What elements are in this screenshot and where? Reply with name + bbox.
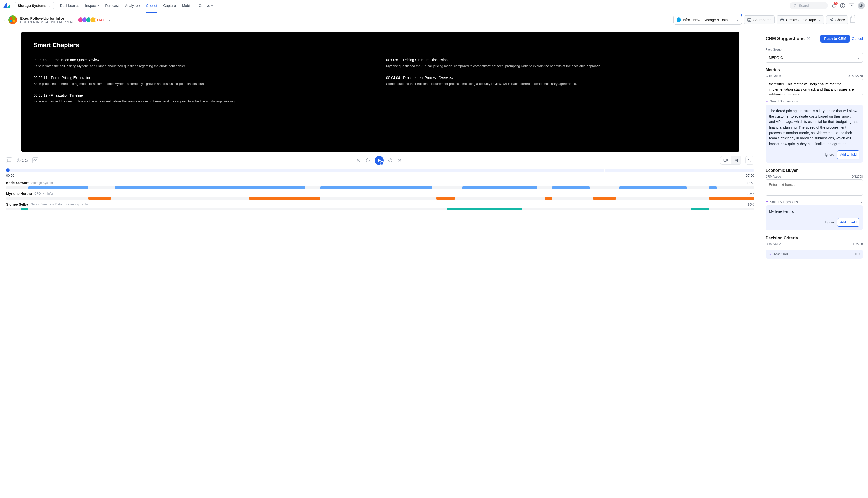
chapter-title: 00:00:51 - Pricing Structure Discussion	[386, 58, 727, 62]
search-placeholder: Search	[799, 3, 810, 8]
sparkle-icon: ✦	[766, 200, 768, 204]
chapter-title: 00:02:11 - Tiered Pricing Exploration	[34, 76, 374, 80]
attendee-more[interactable]: ▮+3	[95, 17, 104, 22]
svg-rect-22	[8, 159, 11, 161]
add-to-field-button[interactable]: Add to field	[837, 218, 859, 227]
svg-rect-30	[724, 159, 727, 161]
meeting-source-icon	[9, 15, 17, 24]
svg-point-24	[9, 160, 9, 160]
svg-point-28	[358, 159, 359, 160]
speaker-timeline[interactable]	[6, 208, 754, 210]
svg-rect-5	[10, 17, 12, 19]
view-toggle	[720, 156, 741, 165]
chapter-desc: Katie emphasized the need to finalize th…	[34, 99, 374, 104]
metrics-input[interactable]	[766, 79, 863, 95]
forward-icon[interactable]	[388, 158, 393, 163]
ignore-button[interactable]: Ignore	[825, 152, 834, 157]
push-to-crm-button[interactable]: Push to CRM	[820, 35, 850, 43]
nav-tab-mobile[interactable]: Mobile	[182, 0, 192, 11]
meeting-header: ‹ Exec Follow-Up for Infor OCTOBER 07, 2…	[0, 11, 868, 28]
ignore-button[interactable]: Ignore	[825, 220, 834, 225]
deal-selector[interactable]: Infor - New - Storage & Data Lake | ... …	[673, 15, 742, 25]
ask-clari-input[interactable]: ✦ Ask Clari ⌘+/	[766, 249, 863, 259]
field-group-select[interactable]: MEDDIC ⌄	[766, 53, 863, 63]
chapter-title: 00:05:19 - Finalization Timeline	[34, 93, 374, 97]
economic-buyer-input[interactable]	[766, 179, 863, 196]
more-menu[interactable]: ⋯	[857, 17, 864, 23]
svg-marker-1	[7, 4, 10, 9]
keyboard-shortcuts-button[interactable]	[6, 157, 12, 163]
chevron-down-icon: ⌄	[857, 56, 859, 60]
create-game-tape-button[interactable]: Create Game Tape ⌄	[777, 15, 824, 24]
back-button[interactable]: ‹	[4, 17, 5, 22]
chapter-item[interactable]: 00:00:02 - Introduction and Quote Review…	[34, 58, 374, 69]
info-icon[interactable]	[807, 37, 810, 40]
playhead[interactable]	[6, 169, 10, 172]
chevron-down-icon: ⌄	[736, 18, 739, 22]
chapters-view-button[interactable]	[731, 156, 741, 165]
cancel-button[interactable]: Cancel	[852, 37, 863, 41]
crm-value-label: CRM Value	[766, 74, 781, 78]
play-button[interactable]	[374, 156, 384, 165]
smart-suggestions-toggle[interactable]: ✦ Smart Suggestions ⌄	[766, 200, 863, 204]
ask-placeholder: Ask Clari	[774, 252, 788, 256]
speaker-percent: 16%	[748, 202, 754, 206]
svg-line-20	[831, 19, 832, 20]
suggestion-text: Myrlene Hertha	[769, 209, 859, 214]
playback-speed[interactable]: 1.0x	[22, 159, 28, 162]
attendee-expand[interactable]: ⌄	[108, 18, 111, 22]
lock-icon[interactable]	[850, 17, 855, 23]
chapter-desc: Sidnee outlined their efficient procurem…	[386, 81, 727, 87]
nav-tab-copilot[interactable]: Copilot	[146, 0, 157, 11]
speaker-name: Sidnee Selby	[6, 202, 28, 206]
time-end: 07:00	[746, 173, 754, 178]
chapter-item[interactable]: 00:02:11 - Tiered Pricing ExplorationKat…	[34, 76, 374, 87]
speaker-role: Storage Systems	[31, 181, 54, 185]
speaker-timeline[interactable]	[6, 186, 754, 189]
svg-point-18	[832, 18, 833, 19]
sparkle-icon: ✦	[766, 99, 768, 103]
captions-button[interactable]: CC	[32, 157, 38, 163]
scorecards-button[interactable]: Scorecards	[744, 15, 775, 24]
chapter-item[interactable]: 00:05:19 - Finalization TimelineKatie em…	[34, 93, 374, 104]
chapter-desc: Katie proposed a tiered pricing model to…	[34, 81, 374, 87]
share-button[interactable]: Share	[826, 15, 848, 24]
workspace-selector[interactable]: Storage Systems ⌄	[15, 2, 54, 9]
nav-tab-forecast[interactable]: Forecast	[105, 0, 119, 11]
speaker-timeline[interactable]	[6, 197, 754, 200]
timeline-scrubber[interactable]	[6, 169, 754, 171]
user-avatar[interactable]: LK	[858, 2, 865, 9]
add-to-field-button[interactable]: Add to field	[837, 150, 859, 159]
help-button[interactable]: ?	[840, 3, 845, 8]
svg-point-19	[832, 21, 833, 21]
notifications-button[interactable]: 5	[831, 3, 837, 8]
chapter-item[interactable]: 00:04:04 - Procurement Process OverviewS…	[386, 76, 727, 87]
video-view-button[interactable]	[720, 156, 731, 165]
crm-value-counter: 516/32768	[848, 74, 863, 78]
search-icon	[793, 4, 797, 8]
nav-tab-capture[interactable]: Capture	[163, 0, 176, 11]
crm-value-label: CRM Value	[766, 243, 781, 246]
workspace-name: Storage Systems	[17, 3, 47, 8]
nav-tab-inspect[interactable]: Inspect▾	[85, 0, 99, 11]
suggestion-text: The tiered pricing structure is a key me…	[769, 108, 859, 147]
nav-tab-dashboards[interactable]: Dashboards	[60, 0, 79, 11]
fullscreen-button[interactable]	[745, 156, 754, 165]
chevron-down-icon: ⌄	[860, 100, 863, 103]
skip-forward-person-icon[interactable]	[397, 158, 402, 163]
speaker-tracks: Katie StewartStorage Systems59%Myrlene H…	[6, 180, 754, 212]
svg-rect-7	[10, 20, 12, 22]
chapter-item[interactable]: 00:00:51 - Pricing Structure DiscussionM…	[386, 58, 727, 69]
smart-suggestions-toggle[interactable]: ✦ Smart Suggestions ⌄	[766, 99, 863, 103]
nav-tab-analyze[interactable]: Analyze▾	[125, 0, 140, 11]
svg-point-23	[8, 160, 9, 160]
global-search[interactable]: Search	[790, 2, 828, 9]
attendee-avatars[interactable]: ▮+3	[80, 17, 104, 23]
rewind-icon[interactable]	[365, 158, 370, 163]
present-icon[interactable]	[849, 3, 854, 8]
field-group-label: Field Group	[766, 48, 863, 51]
recording-panel: Smart Chapters 00:00:02 - Introduction a…	[0, 28, 760, 261]
nav-tab-groove[interactable]: Groove▾	[199, 0, 213, 11]
crm-value-counter: 0/32768	[852, 175, 863, 178]
skip-back-person-icon[interactable]	[356, 158, 361, 163]
